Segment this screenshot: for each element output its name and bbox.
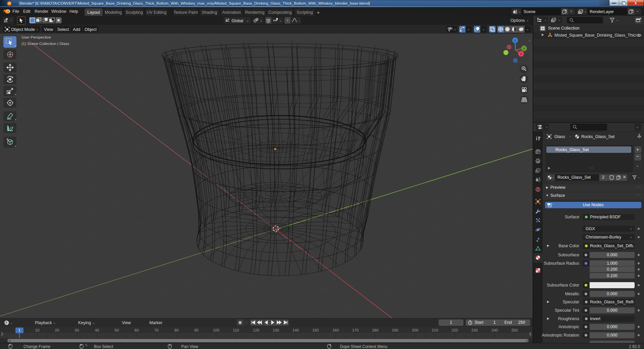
svg-text:X: X <box>520 52 522 56</box>
svg-text:Z: Z <box>514 39 516 42</box>
svg-text:Y: Y <box>523 47 525 50</box>
